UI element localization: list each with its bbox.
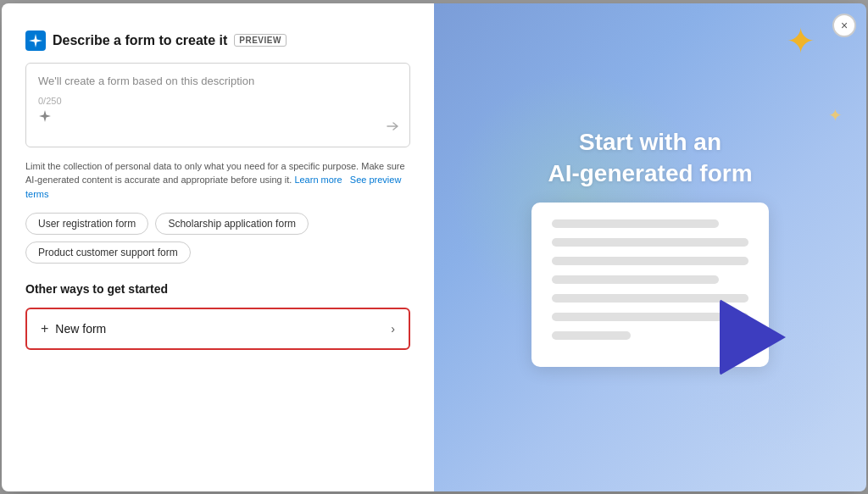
learn-more-link[interactable]: Learn more <box>294 175 342 185</box>
left-panel: Describe a form to create it PREVIEW We'… <box>2 3 434 491</box>
close-button[interactable]: × <box>832 14 856 37</box>
right-title: Start with an AI-generated form <box>548 127 752 189</box>
sparkle-icon <box>38 109 52 123</box>
modal-container: Describe a form to create it PREVIEW We'… <box>2 3 866 491</box>
form-line-1 <box>552 219 719 228</box>
panel-header: Describe a form to create it PREVIEW <box>25 31 410 51</box>
textarea-placeholder: We'll create a form based on this descri… <box>38 74 398 89</box>
suggestion-customer-support[interactable]: Product customer support form <box>25 241 191 264</box>
svg-marker-2 <box>39 110 51 122</box>
disclaimer-text: Limit the collection of personal data to… <box>25 159 410 202</box>
right-content: Start with an AI-generated form <box>515 110 786 384</box>
other-ways-title: Other ways to get started <box>25 282 410 296</box>
star-large-icon: ✦ <box>786 24 815 59</box>
new-form-label: New form <box>55 322 106 336</box>
suggestion-scholarship[interactable]: Scholarship application form <box>155 213 309 235</box>
suggestion-user-registration[interactable]: User registration form <box>25 213 148 235</box>
new-form-left: + New form <box>41 321 106 336</box>
plus-icon: + <box>41 321 48 336</box>
chevron-right-icon: › <box>391 322 395 336</box>
form-line-4 <box>552 275 719 284</box>
description-textarea-container[interactable]: We'll create a form based on this descri… <box>25 63 410 147</box>
form-line-2 <box>552 238 748 247</box>
star-small-icon: ✦ <box>828 105 843 125</box>
forms-logo-icon <box>25 31 46 51</box>
char-count: 0/250 <box>38 96 398 106</box>
new-form-row[interactable]: + New form › <box>25 308 410 350</box>
form-line-3 <box>552 257 748 265</box>
play-triangle-icon <box>720 299 786 375</box>
send-button[interactable] <box>386 119 399 136</box>
suggestion-buttons: User registration form Scholarship appli… <box>25 213 410 264</box>
right-panel: ✦ ✦ Start with an AI-generated form <box>434 3 866 491</box>
panel-title: Describe a form to create it <box>53 33 227 48</box>
preview-badge: PREVIEW <box>234 34 287 47</box>
form-line-7 <box>552 331 631 340</box>
